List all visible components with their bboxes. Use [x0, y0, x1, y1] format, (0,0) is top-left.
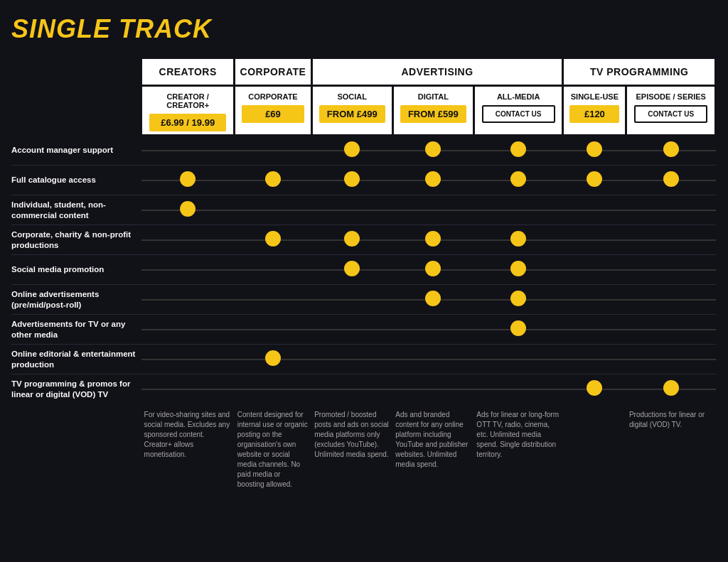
feature-dot-cell	[235, 345, 311, 374]
feature-dot	[265, 171, 281, 187]
subheader-single-use-label: Single-Use	[567, 92, 622, 101]
feature-dot-cell	[473, 255, 563, 285]
feature-no-dot	[180, 261, 196, 276]
feature-dot-cell	[626, 345, 716, 374]
feature-dot	[425, 231, 441, 247]
group-corporate: Corporate	[235, 58, 311, 86]
feature-no-dot	[587, 291, 602, 306]
feature-label: Corporate, charity & non-profit producti…	[11, 225, 141, 255]
feature-label: Online editorial & entertainment product…	[11, 345, 141, 374]
feature-dot-cell	[473, 136, 563, 166]
feature-dot-cell	[235, 374, 311, 404]
feature-no-dot	[180, 380, 196, 396]
feature-no-dot	[425, 201, 441, 217]
feature-dot	[180, 201, 196, 217]
feature-dot	[425, 261, 441, 276]
feature-dot	[344, 261, 360, 276]
feature-dot-cell	[626, 374, 716, 404]
feature-dot	[344, 141, 360, 157]
feature-dot-cell	[392, 225, 473, 255]
table-row: TV programming & promos for linear or di…	[11, 374, 716, 404]
feature-no-dot	[587, 320, 602, 336]
feature-dot-cell	[311, 345, 392, 374]
feature-dot	[510, 171, 526, 187]
feature-no-dot	[663, 231, 679, 247]
feature-dot-cell	[392, 255, 473, 285]
feature-label: Individual, student, non-commercial cont…	[11, 195, 141, 225]
feature-no-dot	[180, 141, 196, 157]
table-row: Full catalogue access	[11, 166, 716, 195]
price-creator: £6.99 / 19.99	[149, 114, 226, 131]
feature-dot-cell	[311, 225, 392, 255]
feature-dot-cell	[563, 285, 626, 315]
feature-no-dot	[425, 380, 441, 396]
feature-dot-cell	[235, 285, 311, 315]
comparison-table-wrap: Creators Corporate Advertising TV Progra…	[11, 57, 717, 492]
feature-dot-cell	[563, 166, 626, 195]
feature-no-dot	[180, 350, 196, 366]
feature-dot-cell	[392, 315, 473, 345]
feature-dot-cell	[626, 315, 716, 345]
feature-dot-cell	[563, 255, 626, 285]
feature-dot-cell	[311, 195, 392, 225]
feature-no-dot	[265, 201, 281, 217]
feature-dot-cell	[473, 225, 563, 255]
feature-dot-cell	[235, 195, 311, 225]
feature-label: Advertisements for TV or any other media	[11, 315, 141, 345]
feature-dot-cell	[311, 255, 392, 285]
feature-dot-cell	[141, 195, 235, 225]
feature-no-dot	[663, 291, 679, 306]
feature-no-dot	[510, 350, 526, 366]
feature-dot-cell	[141, 225, 235, 255]
subheader-ep-series-label: Episode / Series	[630, 92, 712, 101]
feature-label: Social media promotion	[11, 255, 141, 285]
feature-no-dot	[510, 380, 526, 396]
feature-dot-cell	[235, 255, 311, 285]
feature-dot-cell	[311, 166, 392, 195]
subheader-social: Social from £499	[311, 86, 392, 136]
feature-dot-cell	[235, 225, 311, 255]
price-single-use: £120	[569, 105, 619, 123]
price-digital: from £599	[400, 105, 466, 123]
feature-no-dot	[265, 380, 281, 396]
feature-dot-cell	[311, 285, 392, 315]
feature-no-dot	[587, 231, 602, 247]
feature-dot-cell	[141, 255, 235, 285]
feature-dot-cell	[311, 315, 392, 345]
page-title: Single Track	[11, 14, 717, 44]
comparison-table: Creators Corporate Advertising TV Progra…	[11, 57, 717, 492]
contact-us-ep-series-button[interactable]: Contact Us	[634, 105, 707, 123]
desc-social: Promoted / boosted posts and ads on soci…	[311, 404, 392, 492]
feature-label: TV programming & promos for linear or di…	[11, 374, 141, 404]
feature-no-dot	[587, 201, 602, 217]
feature-dot-cell	[473, 345, 563, 374]
subheader-creator-label: Creator / Creator+	[145, 92, 230, 109]
feature-no-dot	[663, 350, 679, 366]
feature-dot-cell	[626, 285, 716, 315]
subheader-all-media-label: All-Media	[478, 92, 560, 101]
table-row: Account manager support	[11, 136, 716, 166]
feature-dot-cell	[563, 195, 626, 225]
feature-no-dot	[663, 261, 679, 276]
feature-dot-cell	[473, 166, 563, 195]
subheader-single-use: Single-Use £120	[563, 86, 626, 136]
feature-dot-cell	[626, 255, 716, 285]
feature-dot-cell	[626, 166, 716, 195]
description-row: For video-sharing sites and social media…	[11, 404, 716, 492]
table-row: Online advertisements (pre/mid/post-roll…	[11, 285, 716, 315]
feature-dot-cell	[235, 166, 311, 195]
feature-dot	[510, 261, 526, 276]
feature-label: Online advertisements (pre/mid/post-roll…	[11, 285, 141, 315]
feature-dot-cell	[563, 136, 626, 166]
feature-dot	[663, 171, 679, 187]
feature-dot-cell	[392, 345, 473, 374]
feature-no-dot	[180, 320, 196, 336]
table-row: Online editorial & entertainment product…	[11, 345, 716, 374]
subheader-corporate: Corporate £69	[235, 86, 311, 136]
feature-dot-cell	[473, 374, 563, 404]
contact-us-all-media-button[interactable]: Contact Us	[482, 105, 555, 123]
feature-dot-cell	[392, 136, 473, 166]
feature-dot	[265, 231, 281, 247]
feature-dot-cell	[626, 195, 716, 225]
price-corporate: £69	[242, 105, 304, 123]
